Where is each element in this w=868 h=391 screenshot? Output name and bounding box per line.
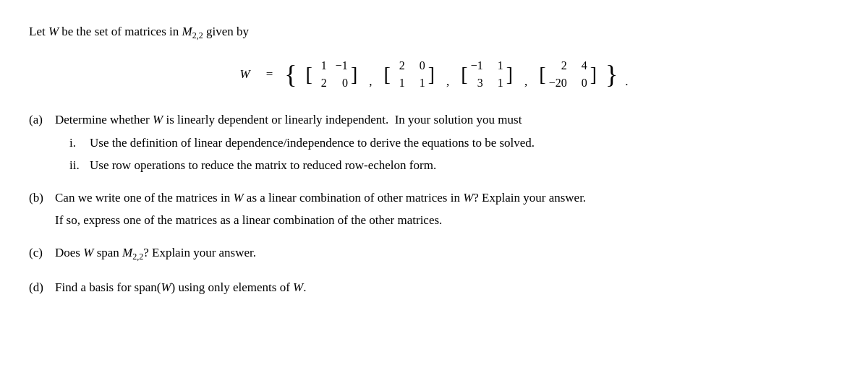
m1-r2c1: 2: [315, 75, 327, 91]
problem-b-content: Can we write one of the matrices in W as…: [55, 188, 839, 233]
problem-b-label: (b): [29, 188, 55, 207]
problem-d-content: Find a basis for span(W) using only elem…: [55, 278, 839, 300]
bracket-left-2: [: [383, 64, 390, 85]
M-subscript: 2,2: [192, 30, 203, 40]
problems-section: (a) Determine whether W is linearly depe…: [29, 110, 839, 300]
intro-text: Let W be the set of matrices in M2,2 giv…: [29, 22, 839, 43]
problem-b-line1: Can we write one of the matrices in W as…: [55, 188, 839, 207]
m4-r1c2: 4: [576, 58, 587, 74]
m2-r2c2: 1: [414, 75, 425, 91]
matrix-equation: W = { [ 1 −1 2 0 ] , [ 2: [239, 56, 628, 93]
problem-a-label: (a): [29, 110, 55, 129]
bracket-right-3: ]: [506, 64, 513, 85]
m3-r2c2: 1: [492, 75, 503, 91]
problem-a-ii: ii. Use row operations to reduce the mat…: [69, 155, 839, 175]
problem-a-content: Determine whether W is linearly dependen…: [55, 110, 839, 178]
matrix-4: [ 2 4 −20 0 ]: [539, 56, 597, 93]
problem-b: (b) Can we write one of the matrices in …: [29, 188, 839, 233]
bracket-right-1: ]: [351, 64, 357, 85]
sub-label-ii: ii.: [69, 155, 90, 175]
m4-r2c1: −20: [549, 75, 567, 91]
M-variable: M: [182, 25, 192, 38]
problem-d: (d) Find a basis for span(W) using only …: [29, 278, 839, 300]
m3-r1c2: 1: [492, 58, 503, 74]
comma-1: ,: [369, 72, 372, 93]
sub-content-i: Use the definition of linear dependence/…: [90, 133, 839, 152]
matrix-1: [ 1 −1 2 0 ]: [306, 56, 358, 93]
problem-c-label: (c): [29, 243, 55, 262]
problem-c-text: Does W span M2,2? Explain your answer.: [55, 243, 839, 265]
problem-c-content: Does W span M2,2? Explain your answer.: [55, 243, 839, 267]
m2-r2c1: 1: [393, 75, 405, 91]
W-eq-label: W: [239, 64, 250, 84]
problem-a-i: i. Use the definition of linear dependen…: [69, 133, 839, 152]
problem-c: (c) Does W span M2,2? Explain your answe…: [29, 243, 839, 267]
problem-a-text: Determine whether W is linearly dependen…: [55, 110, 839, 129]
problem-b-line2: If so, express one of the matrices as a …: [55, 210, 839, 230]
problem-a: (a) Determine whether W is linearly depe…: [29, 110, 839, 178]
close-brace: }: [605, 61, 618, 87]
sub-label-i: i.: [69, 133, 90, 152]
problem-a-subitems: i. Use the definition of linear dependen…: [69, 133, 839, 175]
matrix-display: W = { [ 1 −1 2 0 ] , [ 2: [29, 56, 839, 93]
m1-r1c2: −1: [336, 58, 348, 74]
period: .: [625, 72, 628, 93]
bracket-left-3: [: [461, 64, 467, 85]
bracket-right-4: ]: [590, 64, 597, 85]
m4-r2c2: 0: [576, 75, 587, 91]
open-brace: {: [284, 61, 297, 87]
problem-d-label: (d): [29, 278, 55, 297]
matrix-3: [ −1 1 3 1 ]: [461, 56, 513, 93]
m1-r2c2: 0: [336, 75, 348, 91]
W-variable: W: [48, 25, 59, 38]
matrix-4-grid: 2 4 −20 0: [546, 56, 590, 93]
m3-r2c1: 3: [471, 75, 483, 91]
matrix-1-grid: 1 −1 2 0: [312, 56, 351, 93]
m1-r1c1: 1: [315, 58, 327, 74]
equals-sign: =: [266, 64, 273, 84]
comma-3: ,: [524, 72, 527, 93]
bracket-right-2: ]: [428, 64, 435, 85]
bracket-left-4: [: [539, 64, 545, 85]
problem-d-text: Find a basis for span(W) using only elem…: [55, 278, 839, 297]
matrix-2-grid: 2 0 1 1: [391, 56, 428, 93]
page-content: Let W be the set of matrices in M2,2 giv…: [29, 22, 839, 300]
m4-r1c1: 2: [549, 58, 567, 74]
matrix-3-grid: −1 1 3 1: [468, 56, 506, 93]
m2-r1c2: 0: [414, 58, 425, 74]
m3-r1c1: −1: [471, 58, 483, 74]
m2-r1c1: 2: [393, 58, 405, 74]
comma-2: ,: [446, 72, 449, 93]
bracket-left-1: [: [306, 64, 312, 85]
matrix-2: [ 2 0 1 1 ]: [383, 56, 435, 93]
sub-content-ii: Use row operations to reduce the matrix …: [90, 155, 839, 175]
